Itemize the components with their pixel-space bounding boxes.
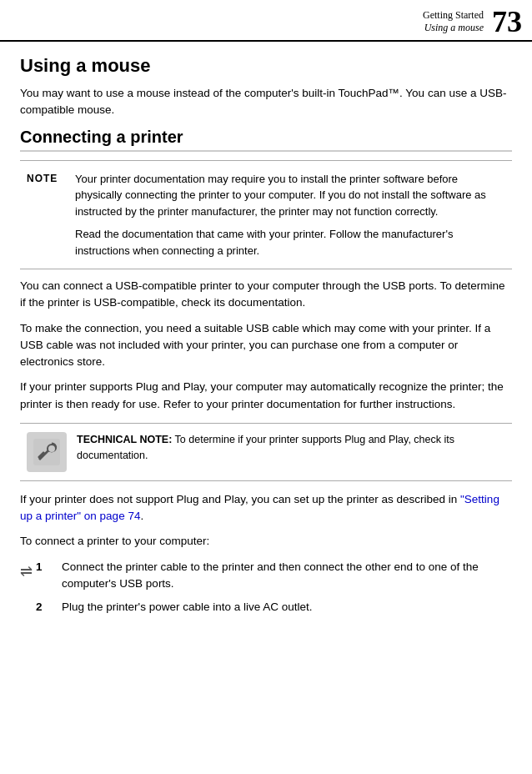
wrench-icon <box>27 432 67 472</box>
tech-note-box: TECHNICAL NOTE: To determine if your pri… <box>20 423 512 481</box>
list-item-2: ⇌ 2 Plug the printer's power cable into … <box>20 599 512 623</box>
list-number-2: 2 <box>36 599 51 616</box>
header-section: Using a mouse <box>423 22 484 34</box>
list-item-left-1: ⇌ 1 <box>20 559 62 583</box>
list-number-1: 1 <box>36 559 51 575</box>
note-content: Your printer documentation may require y… <box>75 171 505 259</box>
using-mouse-heading: Using a mouse <box>20 55 512 77</box>
list-text-2: Plug the printer's power cable into a li… <box>62 599 512 616</box>
note-box: NOTE Your printer documentation may requ… <box>20 160 512 270</box>
body-para5: To connect a printer to your computer: <box>20 533 512 550</box>
header-chapter: Getting Started <box>423 9 484 22</box>
tech-note-label: TECHNICAL NOTE: <box>77 434 172 445</box>
list-text-1: Connect the printer cable to the printer… <box>62 559 512 593</box>
content-area: Using a mouse You may want to use a mous… <box>0 42 532 643</box>
using-mouse-body: You may want to use a mouse instead of t… <box>20 85 512 119</box>
note-para2: Read the documentation that came with yo… <box>75 226 505 259</box>
body-para1: You can connect a USB-compatible printer… <box>20 278 512 312</box>
list-item-left-2: ⇌ 2 <box>20 599 62 623</box>
header-text-block: Getting Started Using a mouse <box>423 9 484 34</box>
body-para4-prefix: If your printer does not support Plug an… <box>20 493 460 505</box>
note-label: NOTE <box>27 173 67 259</box>
page-number: 73 <box>492 7 522 37</box>
body-para3: If your printer supports Plug and Play, … <box>20 379 512 413</box>
usb-icon: ⇌ <box>20 560 33 583</box>
connecting-printer-heading: Connecting a printer <box>20 128 512 152</box>
list-item: ⇌ 1 Connect the printer cable to the pri… <box>20 559 512 593</box>
header-right: Getting Started Using a mouse 73 <box>423 7 522 37</box>
numbered-list: ⇌ 1 Connect the printer cable to the pri… <box>20 559 512 624</box>
tech-note-content: TECHNICAL NOTE: To determine if your pri… <box>77 432 505 464</box>
body-para4: If your printer does not support Plug an… <box>20 491 512 525</box>
note-para1: Your printer documentation may require y… <box>75 171 505 220</box>
page-header: Getting Started Using a mouse 73 <box>0 0 532 42</box>
body-para2: To make the connection, you need a suita… <box>20 320 512 371</box>
body-para4-suffix: . <box>140 510 143 522</box>
